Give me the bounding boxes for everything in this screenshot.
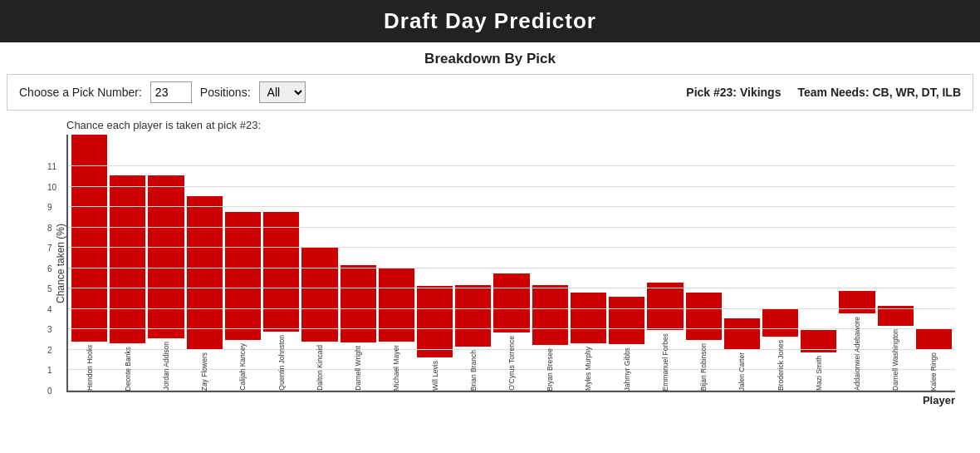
y-gridline: 3 <box>68 328 955 329</box>
chart-container: Chance each player is taken at pick #23:… <box>17 119 963 406</box>
bar-item: Bryan Bresee <box>532 135 568 391</box>
y-gridline: 11 <box>68 165 955 166</box>
page-subtitle: Breakdown By Pick <box>0 51 980 67</box>
bar-player-label: Zay Flowers <box>200 352 208 391</box>
bar-item: Zay Flowers <box>187 135 223 391</box>
bar-player-label: Jalen Carter <box>737 352 746 391</box>
y-gridline: 5 <box>68 288 955 288</box>
bar-item: Calijah Kancey <box>225 135 261 391</box>
bar <box>187 196 223 349</box>
bar-item: Addaionwei Adebawore <box>839 135 875 391</box>
bar <box>341 265 376 342</box>
y-gridline: 4 <box>68 308 955 309</box>
controls-left: Choose a Pick Number: Positions: All QB … <box>19 81 686 103</box>
y-gridline: 7 <box>68 247 955 248</box>
bar-player-label: Quentin Johnston <box>277 335 286 391</box>
bar-item: Jahmyr Gibbs <box>609 135 644 391</box>
bar-player-label: Bryan Bresee <box>546 348 554 391</box>
bar-item: Michael Mayer <box>379 135 414 391</box>
bar-item: Jordan Addison <box>148 135 184 391</box>
pick-label: Choose a Pick Number: <box>19 86 142 99</box>
bar-player-label: Brian Branch <box>469 350 478 391</box>
bar <box>148 175 184 338</box>
bar-item: Kalee Ringo <box>916 135 952 391</box>
y-gridline: 9 <box>68 206 955 207</box>
bar-player-label: Dalton Kincaid <box>316 345 324 391</box>
bar <box>263 212 299 332</box>
pick-number-input[interactable] <box>150 81 192 103</box>
bar-player-label: Michael Mayer <box>392 345 400 391</box>
chart-title: Chance each player is taken at pick #23: <box>66 119 963 131</box>
positions-select[interactable]: All QB RB WR TE OL DL LB CB S <box>259 81 306 103</box>
bar <box>417 286 453 357</box>
bar-item: Myles Murphy <box>571 135 606 391</box>
y-axis-label: Chance taken (%) <box>55 224 66 303</box>
bar-item: Jalen Carter <box>724 135 760 391</box>
bar-player-label: Deonte Banks <box>124 347 132 391</box>
bar-player-label: Jahmyr Gibbs <box>623 347 631 391</box>
bar-player-label: Hendon Hooker <box>86 345 94 391</box>
bar-player-label: Mazi Smith <box>815 356 823 391</box>
bar <box>455 285 491 347</box>
bars-wrapper: Hendon HookerDeonte BanksJordan AddisonZ… <box>68 135 955 391</box>
bar-player-label: Calijah Kancey <box>238 343 247 391</box>
controls-right: Pick #23: Vikings Team Needs: CB, WR, DT… <box>686 86 961 99</box>
y-gridline: 10 <box>68 186 955 187</box>
bar-item: Broderick Jones <box>762 135 798 391</box>
x-axis-title: Player <box>17 394 955 406</box>
bar-player-label: Darnell Washington <box>891 329 899 391</box>
team-needs: Team Needs: CB, WR, DT, ILB <box>797 86 961 99</box>
bar <box>839 291 875 313</box>
bar-player-label: Broderick Jones <box>777 340 785 391</box>
bar <box>301 248 337 342</box>
bar <box>379 268 414 341</box>
bar <box>647 283 683 329</box>
bar <box>532 285 568 344</box>
bar <box>110 175 145 342</box>
y-gridline: 8 <box>68 227 955 228</box>
bar-item: Hendon Hooker <box>71 135 107 391</box>
bar-item: Brian Branch <box>455 135 491 391</box>
bar <box>724 318 760 349</box>
pick-info: Pick #23: Vikings <box>686 86 781 99</box>
bar-item: Will Levis <box>417 135 453 391</box>
bar-item: O'Cyrus Torrence <box>493 135 529 391</box>
bar-item: Dalton Kincaid <box>301 135 337 391</box>
bar <box>762 308 798 337</box>
bar <box>225 212 261 341</box>
bar-player-label: Darnell Wright <box>354 346 362 391</box>
controls-bar: Choose a Pick Number: Positions: All QB … <box>7 74 973 111</box>
bar-player-label: Kalee Ringo <box>929 352 938 391</box>
bar <box>609 297 644 343</box>
bar-item: Bijan Robinson <box>686 135 722 391</box>
bar <box>571 293 606 343</box>
bar-player-label: Myles Murphy <box>584 347 592 391</box>
bar-player-label: Will Levis <box>431 361 439 391</box>
bar-player-label: Addaionwei Adebawore <box>853 317 861 391</box>
bar <box>686 293 722 339</box>
positions-label: Positions: <box>200 86 251 99</box>
bar-item: Quentin Johnston <box>263 135 299 391</box>
page-header: Draft Day Predictor <box>0 0 980 42</box>
bar <box>916 328 952 349</box>
chart-inner: 01234567891011 Hendon HookerDeonte Banks… <box>66 135 955 392</box>
bar-player-label: Jordan Addison <box>162 342 170 391</box>
bar-player-label: O'Cyrus Torrence <box>507 336 516 391</box>
bar-item: Darnell Washington <box>878 135 914 391</box>
bar-item: Darnell Wright <box>341 135 376 391</box>
bar-item: Mazi Smith <box>801 135 836 391</box>
header-title: Draft Day Predictor <box>384 8 596 33</box>
bar-item: Emmanuel Forbes <box>647 135 683 391</box>
bar-item: Deonte Banks <box>110 135 145 391</box>
bar-player-label: Emmanuel Forbes <box>661 333 669 391</box>
chart-area: Chance taken (%) 01234567891011 Hendon H… <box>66 135 955 392</box>
bar <box>493 273 529 332</box>
bar-player-label: Bijan Robinson <box>699 343 708 391</box>
y-gridline: 6 <box>68 268 955 268</box>
